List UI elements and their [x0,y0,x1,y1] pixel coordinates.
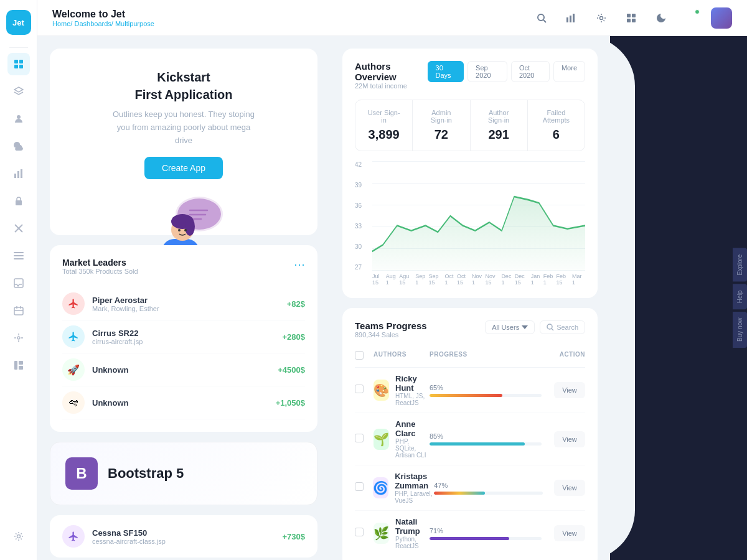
date-tab-oct[interactable]: Oct 2020 [511,61,550,82]
market-more-icon[interactable]: ⋯ [294,258,305,271]
stat-admin-signin: Admin Sign-in 72 [413,100,470,151]
header: Welcome to Jet Home/ Dashboards/ Multipu… [37,0,747,36]
table-row: 🌀 Kristaps Zumman PHP, Laravel, VueJS 47… [355,465,585,511]
progress-fill-1 [430,394,502,397]
search-icon[interactable] [532,8,552,28]
svg-point-21 [538,14,544,21]
row-checkbox-2[interactable] [355,434,364,442]
header-right [532,7,732,29]
sidebar-item-cloud[interactable] [7,135,30,157]
date-tab-sep[interactable]: Sep 2020 [467,61,507,82]
right-panel: Authors Overview 22M total income 30 Day… [330,36,610,560]
view-button-2[interactable]: View [554,431,585,447]
view-button-1[interactable]: View [554,382,585,398]
authors-chart: 423936333027 [355,161,585,286]
notification-dot [695,9,700,14]
progress-fill-3 [434,492,485,495]
svg-rect-13 [14,258,24,259]
breadcrumb-home[interactable]: Home/ [52,20,74,27]
sidebar-item-menu[interactable] [7,245,30,267]
bar-chart-icon[interactable] [561,8,581,28]
stat-user-signin: User Sign-in 3,899 [355,100,413,151]
kickstart-card: KickstartFirst Application Outlines keep… [50,49,317,235]
team-author-3: 🌀 Kristaps Zumman PHP, Laravel, VueJS [373,472,434,504]
market-leaders-card: Market Leaders Total 350k Products Sold … [50,245,317,432]
sidebar-item-calendar[interactable] [7,299,30,322]
svg-rect-14 [14,279,23,287]
view-button-3[interactable]: View [554,480,585,496]
teams-card: Teams Progress 890,344 Sales All Users S… [342,308,598,560]
header-checkbox[interactable] [355,351,364,360]
authors-title-group: Authors Overview 22M total income [355,61,428,90]
date-tab-more[interactable]: More [553,61,585,82]
row-checkbox-1[interactable] [355,385,364,393]
sidebar-item-dashboard[interactable] [7,53,30,75]
authors-income: 22M total income [355,82,428,90]
svg-rect-7 [21,169,22,178]
sidebar-item-user[interactable] [7,108,30,130]
sidebar-item-chart[interactable] [7,162,30,185]
progress-bar-3 [434,492,543,495]
team-author-2: 🌱 Anne Clarc PHP, SQLite, Artisan CLI [374,419,430,459]
team-avatar-3: 🌀 [373,477,388,498]
sidebar-item-tool[interactable] [7,327,30,349]
side-tab-buynow[interactable]: Buy now [733,312,747,348]
view-button-4[interactable]: View [554,525,585,541]
row-checkbox-4[interactable] [355,528,364,536]
breadcrumb-multipurpose[interactable]: Multipurpose [115,20,154,27]
sidebar-item-close[interactable] [7,217,30,240]
svg-rect-23 [566,17,568,22]
breadcrumb-dashboards[interactable]: Dashboards/ [74,20,115,27]
team-author-4: 🌿 Natali Trump Python, ReactJS [374,517,430,549]
team-progress-1: 65% [430,384,542,397]
team-info-1: Ricky Hunt HTML, JS, ReactJS [395,374,430,406]
svg-rect-6 [17,171,19,178]
kickstart-description: Outlines keep you honest. They stoping y… [109,108,258,147]
grid-icon[interactable] [621,8,641,28]
svg-rect-2 [14,65,18,68]
cessna-card: Cessna SF150 cessna-aircraft-class.jsp +… [50,515,317,558]
col-header-progress: PROGRESS [430,351,542,362]
table-row: 🌱 Anne Clarc PHP, SQLite, Artisan CLI 85… [355,413,585,465]
row-check-2 [355,434,374,445]
side-tab-help[interactable]: Help [733,284,747,309]
side-tab-explore[interactable]: Explore [733,248,747,282]
content: KickstartFirst Application Outlines keep… [37,36,747,560]
market-icon-3: 🚀 [62,358,85,381]
sidebar-item-settings[interactable] [7,525,30,548]
table-row: 🎨 Ricky Hunt HTML, JS, ReactJS 65% V [355,368,585,413]
app-logo[interactable]: Jet [6,10,31,35]
settings-icon[interactable] [591,8,611,28]
side-tabs: Explore Help Buy now [733,248,747,348]
sidebar-item-layers[interactable] [7,80,30,103]
action-1: View [542,382,585,398]
row-check-4 [355,528,374,539]
stat-failed-attempts: Failed Attempts 6 [528,100,585,151]
svg-rect-29 [627,19,631,22]
authors-header: Authors Overview 22M total income 30 Day… [355,61,585,90]
all-users-select[interactable]: All Users [485,320,535,334]
row-checkbox-3[interactable] [355,482,364,491]
svg-rect-12 [14,255,24,256]
sidebar-item-lock[interactable] [7,190,30,212]
svg-rect-3 [19,65,23,68]
col-header-check [355,351,374,362]
avatar[interactable] [711,7,732,29]
svg-rect-8 [16,200,22,205]
market-icon-4: 🛩 [62,391,85,414]
sidebar-item-panel[interactable] [7,354,30,376]
market-item-info-2: Cirrus SR22 cirrus-aircraft.jsp [92,329,275,345]
team-info-2: Anne Clarc PHP, SQLite, Artisan CLI [395,419,430,459]
create-app-button[interactable]: Create App [144,157,223,179]
header-left: Welcome to Jet Home/ Dashboards/ Multipu… [52,9,154,27]
search-box[interactable]: Search [540,320,585,334]
date-tab-30days[interactable]: 30 Days [428,61,464,82]
sidebar-item-inbox[interactable] [7,272,30,294]
teams-table-header: AUTHORS PROGRESS ACTION [355,348,585,368]
market-icon-cirrus [62,325,85,348]
notification-icon[interactable] [681,8,701,28]
teams-title-group: Teams Progress 890,344 Sales [355,320,427,338]
action-2: View [542,431,585,447]
moon-icon[interactable] [651,8,671,28]
team-progress-3: 47% [434,482,543,495]
